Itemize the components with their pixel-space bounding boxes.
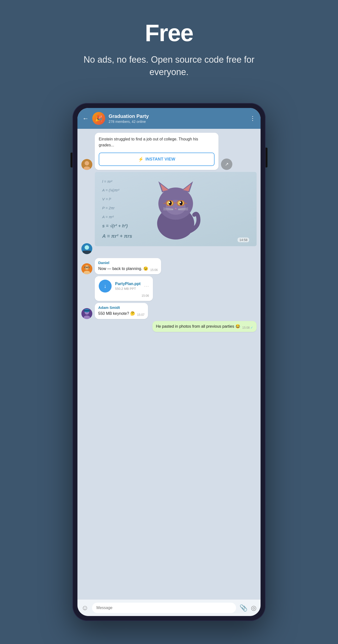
daniel-avatar	[81, 263, 92, 274]
outgoing-time: 15:08	[242, 326, 250, 330]
svg-point-0	[81, 159, 92, 170]
message-row-outgoing: He pasted in photos from all previous pa…	[81, 321, 257, 332]
file-row: ↓ PartyPlan.ppt 550.2 MB PPT ⋯	[99, 280, 149, 292]
instant-view-label: INSTANT VIEW	[145, 157, 175, 162]
svg-point-39	[84, 309, 90, 312]
svg-point-32	[84, 271, 90, 274]
file-name: PartyPlan.ppt	[115, 282, 141, 286]
daniel-time: 15:06	[150, 268, 158, 272]
file-more-button[interactable]: ⋯	[144, 283, 149, 289]
instant-view-button[interactable]: ⚡ INSTANT VIEW	[99, 152, 215, 166]
message-checkmark: ✓	[250, 326, 253, 330]
hero-title: Free	[82, 20, 256, 46]
chat-body: Einstein struggled to find a job out of …	[77, 129, 261, 600]
svg-point-30	[81, 263, 92, 274]
file-size: 550.2 MB PPT	[115, 287, 141, 290]
svg-rect-33	[85, 267, 86, 268]
sticker-time: 14:58	[238, 238, 249, 242]
svg-rect-34	[87, 267, 89, 268]
message-row-file: ↓ PartyPlan.ppt 550.2 MB PPT ⋯ 15:06	[81, 276, 257, 301]
svg-point-13	[180, 201, 183, 205]
daniel-name: Daniel	[98, 260, 158, 265]
adam-avatar	[81, 308, 92, 319]
message-row-daniel: Daniel Now — back to planning. 😉 15:06	[81, 258, 257, 274]
sender-avatar-iv	[81, 159, 92, 170]
file-download-button[interactable]: ↓	[99, 280, 112, 292]
svg-point-15	[180, 202, 181, 203]
svg-point-28	[84, 251, 90, 254]
cat-sticker	[148, 176, 203, 242]
phone-outer-shell: ← 🎉 Graduation Party 278 members, 42 onl…	[72, 103, 266, 621]
svg-point-1	[85, 161, 89, 166]
adam-name: Adam Smidt	[98, 306, 144, 310]
file-info: PartyPlan.ppt 550.2 MB PPT	[115, 282, 141, 290]
svg-point-12	[169, 201, 172, 205]
iv-preview-text: Einstein struggled to find a job out of …	[95, 133, 219, 150]
message-row-adam: Adam Smidt 550 MB keynote? 🤔 15:07	[81, 303, 257, 319]
hero-subtitle: No ads, no fees. Open source code free f…	[82, 54, 256, 78]
svg-rect-29	[83, 251, 91, 254]
adam-text: 550 MB keynote? 🤔	[98, 310, 135, 316]
svg-rect-40	[84, 310, 90, 311]
phone-power-button	[266, 148, 268, 168]
daniel-text: Now — back to planning. 😉	[98, 266, 148, 272]
share-button[interactable]: ↗	[221, 158, 232, 170]
message-row-sticker: l = πr² A = (¼)πr² V = l³ P = 2πr A = πr…	[81, 172, 257, 246]
file-bubble: ↓ PartyPlan.ppt 550.2 MB PPT ⋯ 15:06	[95, 276, 153, 301]
svg-point-31	[85, 265, 89, 270]
svg-point-37	[85, 310, 89, 314]
sticker-container: l = πr² A = (¼)πr² V = l³ P = 2πr A = πr…	[95, 172, 257, 246]
svg-point-36	[81, 308, 92, 319]
svg-point-38	[84, 316, 90, 319]
file-time: 15:06	[99, 294, 149, 298]
sticker-sender-avatar	[81, 243, 92, 254]
svg-point-27	[85, 245, 89, 250]
message-row-iv: Einstein struggled to find a job out of …	[81, 133, 257, 170]
flash-icon: ⚡	[138, 156, 143, 162]
outgoing-text: He pasted in photos from all previous pa…	[156, 324, 240, 330]
phone-mockup: ← 🎉 Graduation Party 278 members, 42 onl…	[72, 103, 266, 621]
svg-point-26	[81, 243, 92, 254]
phone-screen: ← 🎉 Graduation Party 278 members, 42 onl…	[77, 108, 261, 616]
instant-view-card: Einstein struggled to find a job out of …	[95, 133, 219, 170]
adam-bubble: Adam Smidt 550 MB keynote? 🤔 15:07	[95, 303, 148, 319]
outgoing-bubble: He pasted in photos from all previous pa…	[152, 321, 257, 332]
daniel-bubble: Daniel Now — back to planning. 😉 15:06	[95, 258, 161, 274]
hero-section: Free No ads, no fees. Open source code f…	[72, 0, 266, 93]
svg-point-14	[169, 202, 170, 203]
phone-volume-button	[70, 152, 72, 168]
adam-time: 15:07	[137, 313, 144, 316]
svg-point-2	[84, 166, 90, 170]
